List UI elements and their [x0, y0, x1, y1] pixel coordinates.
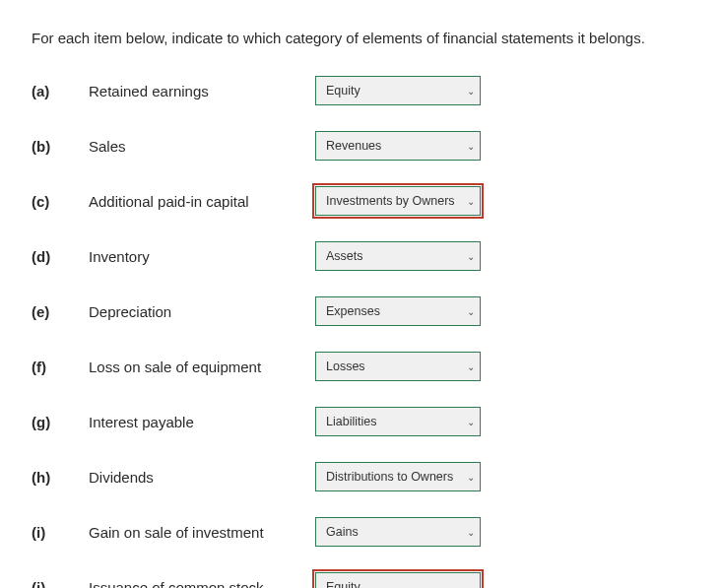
item-row: (b)SalesRevenues⌄	[32, 131, 688, 161]
item-letter: (g)	[32, 414, 89, 430]
category-select[interactable]: Losses	[315, 352, 481, 381]
item-row: (c)Additional paid-in capitalInvestments…	[32, 186, 688, 216]
item-letter: (a)	[32, 83, 89, 99]
category-select-wrap: Expenses⌄	[315, 296, 481, 326]
category-select-wrap: Distributions to Owners⌄	[315, 462, 481, 491]
item-row: (i)Gain on sale of investmentGains⌄	[32, 517, 688, 547]
item-letter: (c)	[32, 193, 89, 210]
item-letter: (d)	[32, 248, 89, 265]
item-label: Loss on sale of equipment	[89, 359, 315, 375]
item-letter: (e)	[32, 303, 89, 320]
item-row: (f)Loss on sale of equipmentLosses⌄	[32, 352, 688, 381]
item-row: (j)Issuance of common stockEquity⌄	[32, 572, 688, 588]
item-label: Sales	[89, 138, 315, 155]
category-select-wrap: Investments by Owners⌄	[315, 186, 481, 216]
item-row: (h)DividendsDistributions to Owners⌄	[32, 462, 688, 491]
item-label: Inventory	[89, 248, 315, 265]
category-select-wrap: Losses⌄	[315, 352, 481, 381]
category-select-wrap: Liabilities⌄	[315, 407, 481, 436]
category-select[interactable]: Distributions to Owners	[315, 462, 481, 491]
category-select[interactable]: Gains	[315, 517, 481, 547]
item-label: Dividends	[89, 469, 315, 486]
item-letter: (b)	[32, 138, 89, 155]
category-select[interactable]: Assets	[315, 241, 481, 271]
item-letter: (f)	[32, 359, 89, 375]
item-label: Additional paid-in capital	[89, 193, 315, 210]
item-letter: (i)	[32, 524, 89, 541]
item-letter: (h)	[32, 469, 89, 486]
category-select-wrap: Revenues⌄	[315, 131, 481, 161]
item-label: Interest payable	[89, 414, 315, 430]
item-row: (g)Interest payableLiabilities⌄	[32, 407, 688, 436]
items-container: (a)Retained earningsEquity⌄(b)SalesReven…	[32, 76, 688, 588]
category-select[interactable]: Expenses	[315, 296, 481, 326]
item-label: Issuance of common stock	[89, 579, 315, 589]
category-select[interactable]: Equity	[315, 76, 481, 105]
category-select-wrap: Equity⌄	[315, 572, 481, 588]
category-select-wrap: Equity⌄	[315, 76, 481, 105]
item-row: (e)DepreciationExpenses⌄	[32, 296, 688, 326]
category-select[interactable]: Investments by Owners	[315, 186, 481, 216]
item-row: (d)InventoryAssets⌄	[32, 241, 688, 271]
category-select-wrap: Gains⌄	[315, 517, 481, 547]
category-select-wrap: Assets⌄	[315, 241, 481, 271]
item-label: Retained earnings	[89, 83, 315, 99]
item-label: Depreciation	[89, 303, 315, 320]
category-select[interactable]: Liabilities	[315, 407, 481, 436]
item-letter: (j)	[32, 579, 89, 589]
category-select[interactable]: Revenues	[315, 131, 481, 161]
item-row: (a)Retained earningsEquity⌄	[32, 76, 688, 105]
category-select[interactable]: Equity	[315, 572, 481, 588]
item-label: Gain on sale of investment	[89, 524, 315, 541]
instructions-text: For each item below, indicate to which c…	[32, 28, 688, 48]
